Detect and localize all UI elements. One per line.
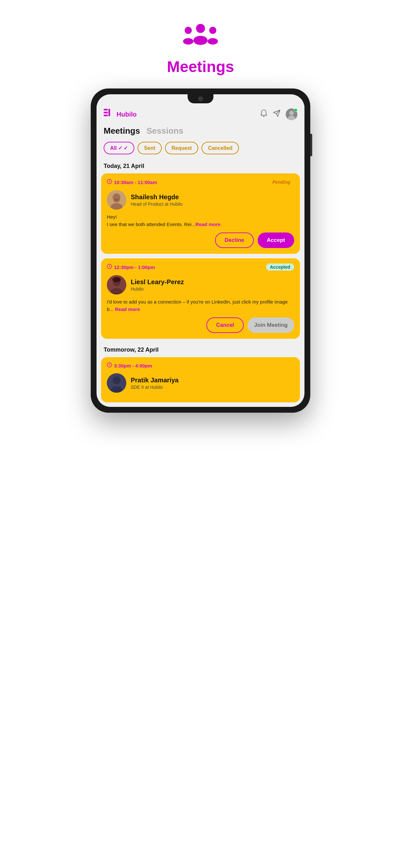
svg-rect-9 — [109, 109, 110, 116]
tab-sessions[interactable]: Sessions — [147, 126, 183, 136]
app-content: Hubilo — [96, 94, 305, 407]
card-person-pratik: Pratik Jamariya SDE II at Hubilo — [107, 373, 294, 393]
svg-rect-7 — [104, 112, 108, 113]
svg-point-4 — [209, 27, 216, 34]
person-role-shailesh: Head of Product at Hubilo — [131, 202, 182, 207]
phone-notch — [188, 94, 213, 103]
hubilo-logo-text: Hubilo — [117, 111, 136, 118]
filter-all[interactable]: All ✓ — [104, 142, 134, 154]
card-person-shailesh: Shailesh Hegde Head of Product at Hubilo — [107, 190, 294, 210]
date-header-tomorrow: Tommorow, 22 April — [96, 343, 305, 357]
app-header: Hubilo — [96, 104, 305, 123]
date-header-today: Today, 21 April — [96, 159, 305, 174]
accept-button[interactable]: Accept — [258, 232, 294, 248]
clock-icon — [107, 179, 112, 185]
header-icons — [260, 108, 297, 120]
meeting-card-liesl: 12:30pm - 1:00pm Accepted — [101, 258, 300, 339]
clock-icon-liesl — [107, 264, 112, 270]
card-time-pratik: 3:30pm - 4:00pm — [107, 362, 152, 369]
status-badge-pending: Pending — [269, 179, 294, 186]
svg-point-22 — [112, 277, 121, 282]
scroll-area: Today, 21 April 10:30am - 11:00am — [96, 159, 305, 407]
card-time-liesl: 12:30pm - 1:00pm — [107, 264, 155, 270]
card-time-row-liesl: 12:30pm - 1:00pm Accepted — [107, 264, 294, 271]
tab-meetings[interactable]: Meetings — [104, 126, 140, 136]
card-actions-shailesh: Decline Accept — [107, 232, 294, 248]
meeting-time-2: 12:30pm - 1:00pm — [114, 265, 155, 270]
card-actions-liesl: Cancel Join Meeting — [107, 317, 294, 333]
cancel-button[interactable]: Cancel — [206, 317, 244, 333]
meeting-card-pratik: 3:30pm - 4:00pm Pratik Jamariya — [101, 357, 300, 402]
phone-side-button — [310, 134, 312, 156]
hubilo-logo-icon — [104, 109, 114, 120]
card-time: 10:30am - 11:00am — [107, 179, 157, 185]
svg-rect-8 — [104, 115, 108, 116]
logo-area: Hubilo — [104, 109, 136, 120]
filter-sent[interactable]: Sent — [137, 142, 162, 154]
status-badge-accepted: Accepted — [266, 264, 294, 271]
app-title: Meetings — [167, 58, 234, 75]
person-name-pratik: Pratik Jamariya — [131, 376, 179, 384]
bell-icon[interactable] — [260, 109, 268, 120]
person-role-pratik: SDE II at Hubilo — [131, 384, 179, 390]
svg-point-0 — [196, 24, 205, 33]
main-tabs: Meetings Sessions — [96, 123, 305, 141]
join-meeting-button[interactable]: Join Meeting — [248, 317, 294, 333]
person-name-liesl: Liesl Leary-Perez — [131, 278, 184, 286]
online-indicator — [294, 108, 297, 112]
card-time-row: 10:30am - 11:00am Pending — [107, 179, 294, 186]
meeting-time-1: 10:30am - 11:00am — [114, 180, 157, 185]
filter-cancelled[interactable]: Cancelled — [202, 142, 239, 154]
person-info-shailesh: Shailesh Hegde Head of Product at Hubilo — [131, 193, 182, 207]
meetings-icon — [181, 20, 220, 55]
svg-rect-6 — [104, 109, 108, 111]
clock-icon-pratik — [107, 362, 112, 369]
card-message-liesl: I'd love to add you as a connection – if… — [107, 299, 294, 313]
meeting-card-shailesh: 10:30am - 11:00am Pending — [101, 174, 300, 254]
person-name-shailesh: Shailesh Hegde — [131, 193, 182, 201]
svg-point-25 — [113, 376, 120, 384]
card-message-shailesh: Hey!I see that we both attended Events. … — [107, 213, 294, 228]
decline-button[interactable]: Decline — [215, 232, 254, 248]
phone-screen: Hubilo — [96, 94, 305, 407]
user-avatar-wrapper[interactable] — [286, 108, 297, 120]
filter-tabs: All ✓ Sent Request Cancelled — [96, 141, 305, 159]
person-avatar-shailesh — [107, 190, 126, 210]
svg-point-2 — [185, 27, 192, 34]
phone-frame: Hubilo — [91, 89, 310, 413]
person-info-liesl: Liesl Leary-Perez Hubilo — [131, 278, 184, 291]
card-person-liesl: Liesl Leary-Perez Hubilo — [107, 275, 294, 294]
send-icon[interactable] — [273, 110, 281, 119]
svg-point-11 — [289, 111, 294, 115]
person-avatar-liesl — [107, 275, 126, 294]
meeting-time-3: 3:30pm - 4:00pm — [114, 363, 152, 368]
person-role-liesl: Hubilo — [131, 286, 184, 291]
read-more-liesl[interactable]: Read more — [115, 306, 140, 312]
filter-request[interactable]: Request — [165, 142, 198, 154]
svg-point-5 — [208, 38, 218, 44]
camera — [198, 97, 203, 101]
person-info-pratik: Pratik Jamariya SDE II at Hubilo — [131, 376, 179, 390]
svg-point-1 — [193, 36, 208, 45]
svg-point-17 — [113, 198, 120, 203]
svg-point-3 — [183, 38, 193, 44]
read-more-shailesh[interactable]: Read more — [195, 221, 220, 227]
card-time-row-pratik: 3:30pm - 4:00pm — [107, 362, 294, 369]
top-branding: Meetings — [167, 0, 234, 89]
person-avatar-pratik — [107, 373, 126, 393]
